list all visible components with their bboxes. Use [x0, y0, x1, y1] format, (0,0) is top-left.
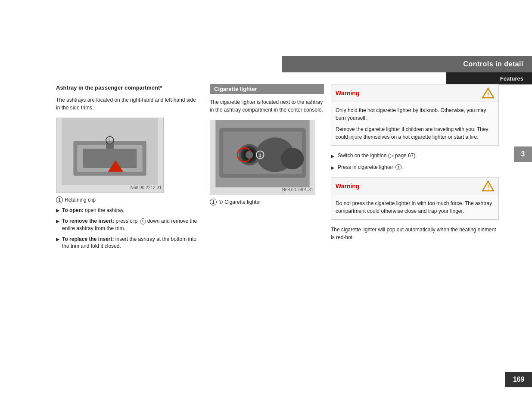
- page-number: 169: [513, 376, 525, 383]
- warning-box-1: Warning ! Only hold the hot cigarette li…: [331, 84, 499, 146]
- warning-header-2: Warning !: [331, 177, 498, 195]
- ashtray-image: 1 N68.00-2212-31: [56, 118, 164, 193]
- right-column: Warning ! Only hold the hot cigarette li…: [331, 84, 499, 241]
- svg-text:!: !: [487, 91, 489, 98]
- bullet-open: ▶ To open: open the ashtray.: [56, 207, 198, 214]
- features-title: Features: [500, 75, 523, 82]
- warning-label-2: Warning: [336, 183, 359, 190]
- warning-text-1b: Remove the cigarette lighter if children…: [336, 125, 494, 141]
- warning-label-1: Warning: [336, 90, 359, 97]
- ashtray-img-code: N68.00-2212-31: [56, 185, 163, 190]
- lighter-svg: 1: [210, 120, 315, 187]
- svg-point-12: [281, 148, 304, 169]
- ashtray-caption: 1 Retaining clip: [56, 196, 198, 203]
- warning-text-2a: Do not press the cigarette lighter in wi…: [336, 199, 494, 215]
- lighter-caption: 1 ① Cigarette lighter: [210, 199, 324, 206]
- warning-body-1: Only hold the hot cigarette lighter by i…: [331, 102, 498, 145]
- svg-text:!: !: [487, 184, 489, 191]
- left-column: Ashtray in the passenger compartment* Th…: [56, 84, 198, 253]
- mid-column: Cigarette lighter The cigarette lighter …: [210, 84, 324, 209]
- ashtray-intro: The ashtrays are located on the right-ha…: [56, 96, 198, 112]
- retaining-clip-label: Retaining clip: [65, 197, 96, 203]
- warning-triangle-icon-2: !: [482, 180, 494, 192]
- warning-body-2: Do not press the cigarette lighter in wi…: [331, 195, 498, 219]
- svg-rect-7: [106, 144, 114, 149]
- features-bar: Features: [446, 72, 532, 84]
- svg-text:1: 1: [259, 153, 261, 158]
- bullet-replace: ▶ To replace the insert: insert the asht…: [56, 236, 198, 250]
- header-bar: Controls in detail: [282, 56, 532, 72]
- chapter-number: 3: [521, 150, 525, 158]
- arrow-icon-3: ▶: [56, 236, 59, 243]
- chapter-tab: 3: [514, 146, 532, 162]
- bullet-remove: ▶ To remove the insert: press clip 1 dow…: [56, 218, 198, 232]
- ashtray-svg: 1: [56, 118, 164, 185]
- action-section: ▶ Switch on the ignition (▷ page 67). ▶ …: [331, 152, 499, 171]
- page-number-box: 169: [505, 372, 532, 387]
- lighter-circle-1: 1: [210, 199, 217, 206]
- warning-text-1a: Only hold the hot cigarette lighter by i…: [336, 106, 494, 122]
- circle-1: 1: [56, 196, 63, 203]
- lighter-image: 1 N68.00-2401-31: [210, 120, 315, 195]
- cigarette-lighter-heading: Cigarette lighter: [210, 84, 324, 94]
- action-1: ▶ Switch on the ignition (▷ page 67).: [331, 152, 499, 160]
- action-2-text: Press in cigarette lighter 1.: [338, 163, 403, 171]
- arrow-icon-1: ▶: [56, 207, 59, 214]
- bullet-replace-text: To replace the insert: insert the ashtra…: [62, 236, 198, 250]
- cigarette-lighter-intro: The cigarette lighter is located next to…: [210, 98, 324, 114]
- action-arrow-1: ▶: [331, 153, 334, 160]
- arrow-icon-2: ▶: [56, 218, 59, 224]
- bottom-text: The cigarette lighter will pop out autom…: [331, 226, 499, 241]
- bullet-open-text: To open: open the ashtray.: [62, 207, 124, 214]
- svg-rect-3: [83, 149, 137, 168]
- svg-text:1: 1: [109, 138, 111, 143]
- warning-header-1: Warning !: [331, 84, 498, 102]
- header-title: Controls in detail: [463, 60, 523, 68]
- bullet-remove-text: To remove the insert: press clip 1 down …: [62, 218, 198, 232]
- lighter-img-code: N68.00-2401-31: [210, 187, 315, 192]
- action-2: ▶ Press in cigarette lighter 1.: [331, 163, 499, 171]
- warning-triangle-icon-1: !: [482, 87, 494, 99]
- warning-box-2: Warning ! Do not press the cigarette lig…: [331, 177, 499, 220]
- svg-point-17: [246, 151, 253, 159]
- action-arrow-2: ▶: [331, 164, 334, 171]
- lighter-caption-text: ① Cigarette lighter: [218, 199, 261, 205]
- action-1-text: Switch on the ignition (▷ page 67).: [338, 152, 417, 159]
- ashtray-heading: Ashtray in the passenger compartment*: [56, 84, 198, 92]
